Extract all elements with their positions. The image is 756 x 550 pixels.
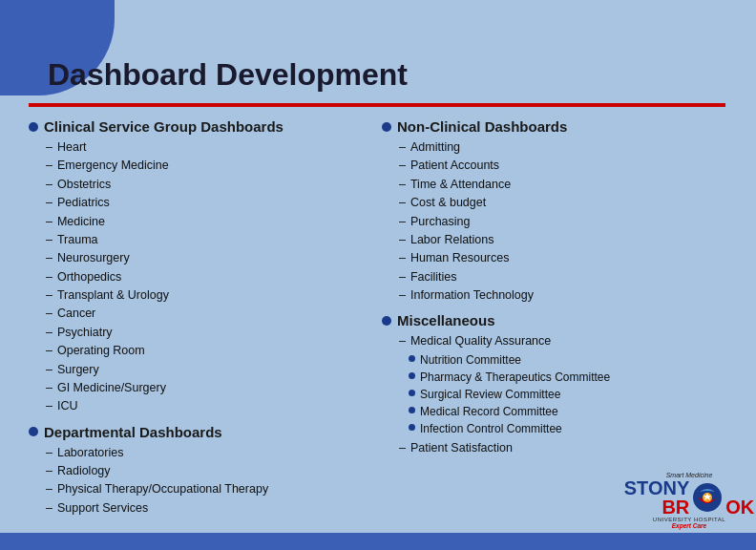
logo-stony: STONY bbox=[624, 478, 690, 497]
clinical-section-header: Clinical Service Group Dashboards bbox=[29, 118, 372, 135]
misc-dash-list: Medical Quality Assurance bbox=[399, 332, 746, 350]
clinical-list: Heart Emergency Medicine Obstetrics Pedi… bbox=[46, 138, 372, 416]
logo-emblem-icon bbox=[692, 482, 723, 513]
bullet-clinical bbox=[29, 122, 38, 132]
list-item: Medicine bbox=[46, 213, 372, 231]
list-item: Support Services bbox=[46, 499, 372, 518]
list-item: Human Resources bbox=[399, 249, 746, 267]
list-item-mqa: Medical Quality Assurance bbox=[399, 332, 746, 350]
nonclinical-section-title: Non-Clinical Dashboards bbox=[397, 118, 567, 135]
list-item: Facilities bbox=[399, 268, 746, 286]
list-item: Pediatrics bbox=[46, 194, 372, 212]
content-area: Clinical Service Group Dashboards Heart … bbox=[29, 113, 746, 531]
list-item: Information Technology bbox=[399, 286, 746, 305]
logo-brook: BR bbox=[662, 497, 689, 517]
list-item: ICU bbox=[46, 397, 372, 415]
patient-sat-list: Patient Satisfaction bbox=[399, 439, 746, 457]
list-item: Time & Attendance bbox=[399, 176, 746, 194]
logo-area: Smart Medicine STONY BR OK UNIVERSITY HO… bbox=[641, 472, 737, 529]
list-item: Surgery bbox=[46, 361, 372, 379]
mqa-dot-list: Nutrition Committee Pharmacy & Therapeut… bbox=[409, 351, 746, 437]
list-item: Pharmacy & Therapeutics Committee bbox=[409, 369, 746, 386]
list-item: GI Medicine/Surgery bbox=[46, 379, 372, 397]
title-divider bbox=[29, 103, 725, 107]
corner-decoration-bl bbox=[0, 533, 756, 550]
list-item: Surgical Review Committee bbox=[409, 386, 746, 403]
logo-main: STONY BR OK bbox=[641, 478, 737, 517]
dot-bullet bbox=[409, 424, 415, 431]
logo-circle-container bbox=[692, 482, 723, 513]
bullet-misc bbox=[382, 316, 391, 326]
misc-section-title: Miscellaneous bbox=[397, 312, 495, 328]
dot-bullet bbox=[409, 355, 415, 362]
list-item: Medical Record Committee bbox=[409, 403, 746, 420]
bullet-nonclinical bbox=[382, 122, 391, 132]
departmental-section-header: Departmental Dashboards bbox=[29, 424, 372, 440]
list-item: Labor Relations bbox=[399, 231, 746, 249]
right-column: Non-Clinical Dashboards Admitting Patien… bbox=[372, 113, 746, 531]
dot-bullet bbox=[409, 390, 415, 396]
list-item: Transplant & Urology bbox=[46, 286, 372, 305]
departmental-section-title: Departmental Dashboards bbox=[44, 424, 222, 440]
list-item: Infection Control Committee bbox=[409, 420, 746, 437]
dot-bullet bbox=[409, 407, 415, 413]
list-item: Neurosurgery bbox=[46, 249, 372, 267]
list-item: Radiology bbox=[46, 462, 372, 480]
left-column: Clinical Service Group Dashboards Heart … bbox=[29, 113, 372, 531]
list-item: Cost & budget bbox=[399, 194, 746, 212]
nonclinical-list: Admitting Patient Accounts Time & Attend… bbox=[399, 138, 746, 305]
list-item-patient-sat: Patient Satisfaction bbox=[399, 439, 746, 457]
nonclinical-section-header: Non-Clinical Dashboards bbox=[382, 118, 746, 135]
list-item: Heart bbox=[46, 138, 372, 157]
list-item: Cancer bbox=[46, 305, 372, 323]
list-item: Nutrition Committee bbox=[409, 351, 746, 369]
list-item: Purchasing bbox=[399, 213, 746, 231]
clinical-section-title: Clinical Service Group Dashboards bbox=[44, 118, 284, 135]
list-item: Trauma bbox=[46, 231, 372, 249]
list-item: Emergency Medicine bbox=[46, 157, 372, 175]
list-item: Admitting bbox=[399, 138, 746, 157]
slide: Dashboard Development Clinical Service G… bbox=[0, 0, 756, 550]
list-item: Patient Accounts bbox=[399, 157, 746, 175]
list-item: Psychiatry bbox=[46, 324, 372, 342]
departmental-list: Laboratories Radiology Physical Therapy/… bbox=[46, 444, 372, 518]
logo-expert-care: Expert Care bbox=[641, 522, 737, 529]
list-item: Obstetrics bbox=[46, 176, 372, 194]
misc-section-header: Miscellaneous bbox=[382, 312, 746, 328]
page-title: Dashboard Development bbox=[48, 57, 408, 93]
list-item: Operating Room bbox=[46, 342, 372, 360]
dot-bullet bbox=[409, 372, 415, 379]
list-item: Orthopedics bbox=[46, 268, 372, 286]
list-item: Physical Therapy/Occupational Therapy bbox=[46, 480, 372, 498]
bullet-departmental bbox=[29, 427, 38, 436]
list-item: Laboratories bbox=[46, 444, 372, 462]
logo-ok: OK bbox=[725, 497, 754, 517]
